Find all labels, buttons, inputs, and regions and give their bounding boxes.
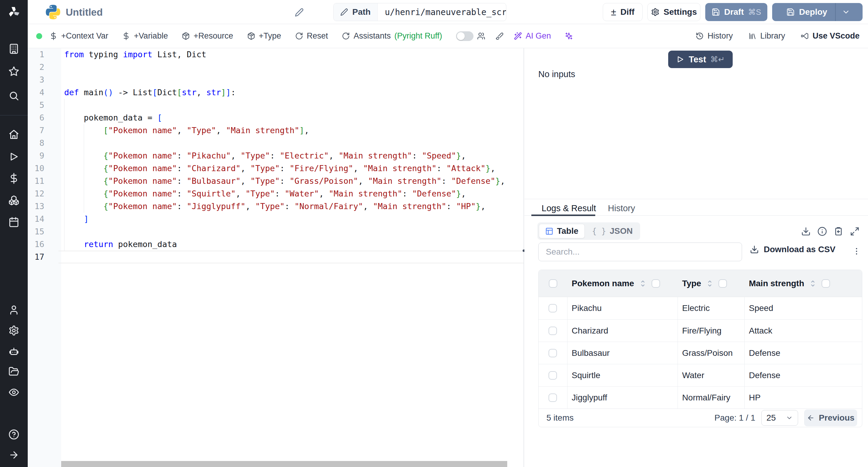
code-content[interactable]: from typing import List, Dictdef main() … bbox=[64, 48, 524, 263]
tab-logs-result[interactable]: Logs & Result bbox=[541, 204, 596, 213]
code-line[interactable]: {"Pokemon name": "Charizard", "Type": "F… bbox=[64, 162, 524, 175]
add-resource-button[interactable]: +Resource bbox=[182, 31, 233, 41]
library-icon bbox=[748, 32, 756, 40]
table-cell: Pikachu bbox=[567, 297, 678, 319]
code-line[interactable] bbox=[64, 137, 524, 150]
ai-gen-button[interactable]: AI Gen bbox=[514, 31, 551, 41]
select-all-checkbox[interactable] bbox=[549, 279, 557, 288]
resources-icon[interactable] bbox=[8, 195, 19, 206]
code-line[interactable]: pokemon_data = [ bbox=[64, 112, 524, 124]
line-number: 4 bbox=[28, 86, 61, 99]
diff-button[interactable]: ± Diff bbox=[603, 3, 643, 21]
code-line[interactable]: {"Pokemon name": "Squirtle", "Type": "Wa… bbox=[64, 187, 524, 200]
download-as-csv-label: Download as CSV bbox=[764, 245, 835, 254]
tab-history[interactable]: History bbox=[608, 204, 635, 213]
code-line[interactable] bbox=[64, 225, 524, 238]
info-icon[interactable] bbox=[817, 226, 827, 236]
help-icon[interactable] bbox=[8, 429, 19, 440]
copy-to-clipboard-icon[interactable] bbox=[834, 226, 843, 236]
workspace-icon[interactable] bbox=[8, 43, 19, 54]
path-field[interactable]: Path u/henri/maneuverable_script bbox=[333, 3, 506, 21]
sort-icon[interactable] bbox=[639, 280, 647, 287]
code-line[interactable] bbox=[64, 73, 524, 86]
column-checkbox[interactable] bbox=[652, 279, 660, 288]
view-json-button[interactable]: { } JSON bbox=[586, 224, 639, 238]
use-vscode-button[interactable]: Use VScode bbox=[801, 31, 860, 41]
draft-button[interactable]: Draft ⌘S bbox=[705, 3, 767, 21]
favorites-icon[interactable] bbox=[8, 66, 19, 77]
runs-icon[interactable] bbox=[8, 151, 19, 162]
previous-page-button[interactable]: Previous bbox=[804, 409, 857, 426]
history-button[interactable]: History bbox=[695, 31, 733, 41]
reset-button[interactable]: Reset bbox=[295, 31, 328, 41]
code-line[interactable]: {"Pokemon name": "Bulbasaur", "Type": "G… bbox=[64, 175, 524, 187]
code-line[interactable] bbox=[64, 61, 524, 73]
table-row[interactable]: CharizardFire/FlyingAttack bbox=[538, 319, 862, 342]
sort-icon[interactable] bbox=[809, 280, 817, 287]
deploy-options-button[interactable] bbox=[836, 3, 856, 21]
code-line[interactable]: def main() -> List[Dict[str, str]]: bbox=[64, 86, 524, 99]
row-checkbox[interactable] bbox=[549, 349, 557, 357]
search-icon[interactable] bbox=[8, 90, 19, 101]
row-checkbox[interactable] bbox=[549, 394, 557, 402]
windmill-logo-icon[interactable] bbox=[7, 5, 21, 19]
column-header-main-strength[interactable]: Main strength bbox=[745, 279, 862, 288]
table-row[interactable]: SquirtleWaterDefense bbox=[538, 364, 862, 386]
folders-icon[interactable] bbox=[8, 366, 19, 377]
row-checkbox[interactable] bbox=[549, 371, 557, 380]
code-line[interactable]: ] bbox=[64, 213, 524, 225]
test-button[interactable]: Test ⌘↵ bbox=[668, 51, 733, 68]
column-header-pokemon-name[interactable]: Pokemon name bbox=[567, 279, 678, 288]
workers-icon[interactable] bbox=[8, 346, 19, 357]
download-as-csv-button[interactable]: Download as CSV bbox=[750, 245, 835, 254]
home-icon[interactable] bbox=[8, 129, 19, 140]
code-line[interactable]: return pokemon_data bbox=[64, 238, 524, 251]
fullscreen-icon[interactable] bbox=[850, 226, 860, 236]
download-result-icon[interactable] bbox=[801, 226, 811, 236]
variables-icon[interactable] bbox=[8, 173, 19, 184]
settings-icon[interactable] bbox=[8, 325, 19, 336]
collab-toggle[interactable] bbox=[456, 31, 473, 41]
column-checkbox[interactable] bbox=[718, 279, 727, 288]
multiplayer-button[interactable] bbox=[477, 32, 485, 40]
table-options-kebab[interactable] bbox=[850, 245, 863, 258]
code-line[interactable] bbox=[59, 251, 524, 263]
code-line[interactable]: ["Pokemon name", "Type", "Main strength"… bbox=[64, 124, 524, 137]
schedules-icon[interactable] bbox=[8, 217, 19, 227]
column-checkbox[interactable] bbox=[822, 279, 830, 288]
code-line[interactable]: {"Pokemon name": "Pikachu", "Type": "Ele… bbox=[64, 150, 524, 162]
code-line[interactable] bbox=[64, 99, 524, 112]
deploy-split-button[interactable]: Deploy bbox=[772, 3, 863, 21]
row-checkbox[interactable] bbox=[549, 326, 557, 335]
code-line[interactable]: {"Pokemon name": "Jigglypuff", "Type": "… bbox=[64, 200, 524, 213]
table-row[interactable]: BulbasaurGrass/PoisonDefense bbox=[538, 342, 862, 364]
settings-button[interactable]: Settings bbox=[647, 3, 701, 21]
path-value[interactable]: u/henri/maneuverable_script bbox=[378, 3, 506, 21]
users-icon[interactable] bbox=[8, 305, 19, 315]
add-variable-button[interactable]: +Variable bbox=[122, 31, 168, 41]
panel-splitter[interactable] bbox=[524, 48, 524, 467]
view-table-button[interactable]: Table bbox=[539, 224, 585, 238]
code-editor[interactable]: 1234567891011121314151617 from typing im… bbox=[28, 48, 524, 467]
code-line[interactable]: from typing import List, Dict bbox=[64, 48, 524, 61]
horizontal-scrollbar[interactable] bbox=[61, 461, 507, 467]
table-cell: Normal/Fairy bbox=[678, 386, 745, 409]
deploy-button[interactable]: Deploy bbox=[778, 3, 835, 21]
ai-sparkles-button[interactable] bbox=[565, 32, 573, 40]
assistants-button[interactable]: Assistants bbox=[342, 31, 391, 41]
audit-logs-icon[interactable] bbox=[8, 387, 19, 398]
expand-sidebar-icon[interactable] bbox=[8, 449, 19, 460]
table-row[interactable]: PikachuElectricSpeed bbox=[538, 297, 862, 319]
library-button[interactable]: Library bbox=[748, 31, 785, 41]
format-button[interactable] bbox=[495, 32, 504, 40]
add-type-button[interactable]: +Type bbox=[247, 31, 281, 41]
row-checkbox[interactable] bbox=[549, 304, 557, 312]
column-header-type[interactable]: Type bbox=[678, 279, 745, 288]
sort-icon[interactable] bbox=[706, 280, 714, 287]
edit-title-pencil-icon[interactable] bbox=[295, 8, 304, 17]
add-context-var-button[interactable]: +Context Var bbox=[50, 31, 108, 41]
search-input[interactable] bbox=[538, 243, 742, 261]
page-size-select[interactable]: 25 bbox=[761, 410, 798, 426]
row-checkbox-cell bbox=[538, 364, 567, 386]
table-row[interactable]: JigglypuffNormal/FairyHP bbox=[538, 386, 862, 409]
